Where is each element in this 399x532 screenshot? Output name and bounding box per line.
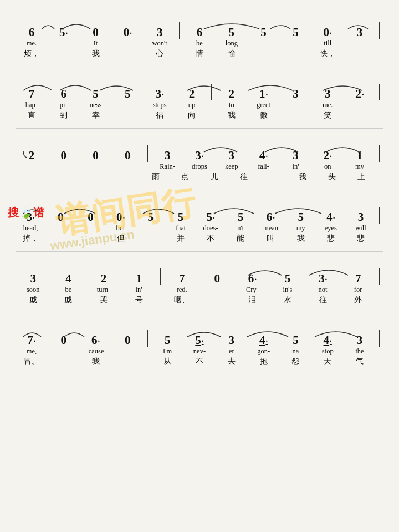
lyric-en: me. <box>311 100 344 109</box>
lyric-en: head, <box>16 224 45 232</box>
lyric-zh: 快， <box>311 49 344 59</box>
lyric-en <box>200 285 235 286</box>
lyric-zh: 不 <box>196 234 226 244</box>
dot: · <box>213 214 215 222</box>
note-number: 5· <box>206 211 214 224</box>
lyric-en <box>48 39 80 39</box>
notes-line-wrap-2: 7 6 5 5 3· 2 2 1· 3 3 2· <box>16 75 383 100</box>
lyric-zh: 笑 <box>311 110 344 120</box>
lyric-zh: 我 <box>288 172 317 182</box>
lyric-en: pi- <box>48 100 80 109</box>
note-col: 4 <box>51 272 86 285</box>
lyric-en: Rain- <box>151 162 183 171</box>
note-number: 4 <box>65 272 71 285</box>
lyric-zh: 叫 <box>255 234 285 244</box>
dot: · <box>265 153 268 161</box>
lyric-zh: 哭 <box>86 295 121 305</box>
note-number: 2 <box>29 149 35 162</box>
lyric-en: to <box>216 100 248 109</box>
lyric-en: I'm <box>151 347 183 356</box>
note-col: 0 <box>111 149 144 162</box>
lyric-en: for <box>340 285 376 294</box>
dot: · <box>33 214 35 222</box>
lyric-en <box>45 224 75 224</box>
lyric-en: that <box>166 224 196 232</box>
note-number: 6· <box>248 272 257 285</box>
note-col: 3 <box>280 149 312 162</box>
lyric-en: ness <box>80 100 112 109</box>
note-col: 0· <box>106 211 136 224</box>
note-number: 0 <box>58 211 64 224</box>
note-col: 5 <box>248 26 280 39</box>
bar-line-inner <box>379 145 380 162</box>
note-col: 3 <box>280 88 312 100</box>
note-col: 6· <box>255 211 285 224</box>
bar-line <box>208 84 216 100</box>
note-number: 3· <box>195 149 203 162</box>
bar-line-inner <box>147 330 148 347</box>
bar-line-inner <box>379 268 380 285</box>
lyric-en <box>111 162 144 163</box>
note-col: 6 <box>183 26 216 39</box>
lyric-zh: 幸 <box>80 110 112 120</box>
lyric-zh: 愉 <box>216 49 248 59</box>
note-number: 1· <box>259 88 268 100</box>
lyric-en: eyes <box>316 224 346 232</box>
note-number: 4· <box>259 149 268 162</box>
notes-line-5: 3 4 2 1 7 0 6· 5 3· 7 <box>16 260 383 285</box>
lyric-zh: 往 <box>229 172 258 182</box>
note-number: 3 <box>229 334 235 347</box>
note-number: 7 <box>29 88 35 100</box>
lyric-zh: 号 <box>121 295 157 305</box>
note-number: 4· <box>326 211 335 224</box>
lyric-en: be <box>183 39 216 48</box>
zh-line-5: 戚 戚 哭 号 咽、 泪 水 往 外 <box>16 295 383 306</box>
lyric-en: er <box>216 347 248 356</box>
lyric-zh: 点 <box>170 172 200 182</box>
note-number: 7· <box>27 334 35 347</box>
lyric-zh: 去 <box>216 357 248 367</box>
lyric-en: won't <box>144 39 176 48</box>
page: 搜 🍃 谱 谱间同行 www.jianpu.cn <box>0 0 399 532</box>
note-col: 5 <box>80 88 112 100</box>
dot: · <box>325 276 327 284</box>
lyric-zh: 怨 <box>280 357 312 367</box>
lyric-zh: 上 <box>346 172 376 182</box>
lyric-en: 'cause <box>80 347 112 356</box>
bar-line-inner <box>147 145 148 162</box>
lyric-en <box>75 224 105 224</box>
dot: · <box>362 91 364 99</box>
note-number: 4· <box>259 334 268 347</box>
bar-line <box>156 268 164 285</box>
note-col: 3 <box>216 334 248 347</box>
section-divider-1 <box>16 67 383 67</box>
lyric-en <box>48 162 80 163</box>
note-number: 3 <box>157 26 163 39</box>
bar-line-inner <box>379 22 380 39</box>
music-line-2: 7 6 5 5 3· 2 2 1· 3 3 2· hap- pi- ness s… <box>16 72 383 123</box>
note-number: 3 <box>165 149 171 162</box>
note-number: 0· <box>324 26 332 39</box>
lyric-en: drops <box>183 162 216 171</box>
note-number: 0 <box>93 26 99 39</box>
lyric-en <box>248 39 280 39</box>
zh-line-4: 掉， 但 并 不 能 叫 我 悲 悲 <box>16 234 383 245</box>
dot: · <box>330 337 332 346</box>
note-col: 5 <box>280 334 312 347</box>
note-number: 3· <box>319 272 327 285</box>
lyric-en: will <box>346 224 376 232</box>
dot: · <box>66 29 68 38</box>
lyric-zh: 儿 <box>200 172 229 182</box>
note-col: 5 <box>111 88 144 100</box>
dot: · <box>122 214 125 222</box>
note-col: 5 <box>136 211 166 224</box>
notes-line-6: 7· 0 6· 0 5 5· 3 4· 5 4· 3 <box>16 321 383 347</box>
note-col: 5 <box>280 26 312 39</box>
dot: · <box>202 337 204 346</box>
music-line-3: 2 0 0 0 3 3· 3 4· 3 2· 1 Rain- drops <box>16 133 383 184</box>
lyric-zh: 悲 <box>316 234 346 244</box>
en-line-5: soon be turn- in' red. Cry- in's not for <box>16 285 383 295</box>
section-divider-2 <box>16 128 383 129</box>
lyric-en <box>280 100 312 101</box>
note-number: 0 <box>214 272 221 285</box>
